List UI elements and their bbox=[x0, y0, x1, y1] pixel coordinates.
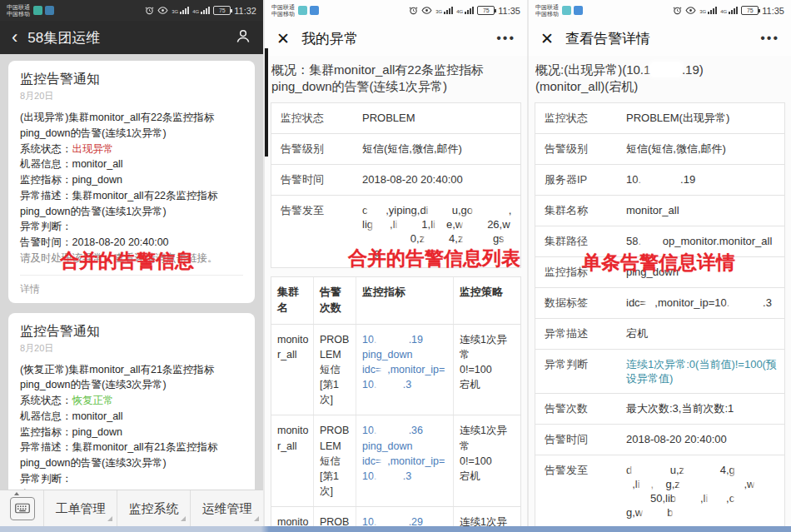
table-row: 监控状态PROBLEM(出现异常) bbox=[535, 103, 784, 134]
clock-time: 11:35 bbox=[762, 6, 784, 16]
my-anomalies-screen: 中国联通中国移动 3G 4G 75 11:35 ✕ 我的异常 ••• 概况：集群… bbox=[265, 0, 527, 532]
table-row: monitor_all PROBLEM短信[第1次] 10.160.12.36 … bbox=[271, 415, 520, 507]
status-bar: 中国联通中国移动 3G 4G 75 11:32 bbox=[0, 0, 263, 21]
alert-card-title: 监控告警通知 bbox=[20, 323, 243, 341]
alert-detail-table: 监控状态PROBLEM(出现异常) 告警级别短信(短信,微信,邮件) 服务器IP… bbox=[535, 102, 785, 532]
anomaly-judgement-link[interactable]: 连续1次异常:0(当前值)!=100(预设异常值) bbox=[621, 350, 784, 393]
battery-icon: 75 bbox=[213, 6, 231, 15]
redacted-server-ip: 10.160.202.19 bbox=[621, 165, 784, 195]
alert-field: 系统状态：出现异常 bbox=[20, 142, 243, 157]
menu-item-ops[interactable]: 运维管理 bbox=[190, 490, 263, 526]
table-row: 告警级别短信(短信,微信,邮件) bbox=[535, 134, 784, 165]
alert-field: 异常描述：集群monitor_all有21条监控指标ping_down的告警(连… bbox=[20, 440, 243, 471]
alert-summary: (出现异常)集群monitor_all有22条监控指标ping_down的告警(… bbox=[20, 110, 243, 142]
clock-time: 11:32 bbox=[234, 6, 256, 16]
metric-link[interactable]: 10.160.12.36 ping_down idc=tt,monitor_ip… bbox=[356, 415, 453, 506]
back-icon[interactable]: ‹ bbox=[12, 28, 17, 47]
notification-app-icon bbox=[562, 6, 571, 15]
more-menu-icon[interactable]: ••• bbox=[760, 31, 779, 46]
signal-3g-icon: 3G bbox=[435, 7, 453, 14]
status-bar: 中国联通中国移动 3G 4G 75 11:35 bbox=[529, 0, 791, 21]
table-row: 服务器IP10.160.202.19 bbox=[535, 165, 784, 196]
notification-app-icon bbox=[298, 6, 307, 15]
table-row: 告警发至dingyuanu,zhangxu4,gongyang,ligy,uog… bbox=[535, 455, 784, 529]
page-title: 我的异常 bbox=[301, 29, 358, 48]
table-row: 告警时间2018-08-20 20:40:00 bbox=[535, 425, 784, 455]
detail-link[interactable]: 详情 bbox=[20, 275, 243, 303]
clock-time: 11:35 bbox=[498, 6, 520, 16]
signal-4g-icon: 4G bbox=[720, 7, 738, 14]
table-row: 告警次数最大次数:3,当前次数:1 bbox=[535, 394, 784, 425]
page-nav-bar: ✕ 我的异常 ••• bbox=[265, 21, 527, 56]
merged-alert-list-table: 集群名 告警次数 监控指标 监控策略 monitor_all PROBLEM短信… bbox=[271, 276, 521, 532]
battery-icon: 75 bbox=[741, 6, 759, 15]
system-status-value: 出现异常 bbox=[72, 143, 114, 155]
contact-icon[interactable] bbox=[235, 27, 251, 47]
alert-field: 机器信息：monitor_all bbox=[20, 409, 243, 425]
battery-icon: 75 bbox=[477, 6, 495, 15]
signal-3g-icon: 3G bbox=[699, 7, 717, 14]
notification-app-icon bbox=[33, 6, 42, 15]
table-row: 异常描述宕机 bbox=[535, 319, 784, 350]
eye-icon bbox=[157, 6, 168, 15]
redacted-data-tag: idc=yf,monitor_ip=10.160.16.3 bbox=[621, 288, 784, 318]
screenshot-edge bbox=[265, 48, 268, 157]
wechat-chat-screen: 中国联通中国移动 3G 4G 75 11:32 ‹ 58集团运维 监控告警通 bbox=[0, 0, 263, 532]
table-row: monitor_all PROBLEM短信[第1次] 10.160.12.19 … bbox=[271, 325, 520, 416]
close-icon[interactable]: ✕ bbox=[276, 29, 290, 48]
signal-4g-icon: 4G bbox=[456, 7, 474, 14]
alert-detail-screen: 中国联通中国移动 3G 4G 75 11:35 ✕ 查看告警详情 ••• 概况:… bbox=[529, 0, 791, 532]
alert-card-date: 8月20日 bbox=[20, 342, 243, 355]
notification-app-icon bbox=[45, 6, 54, 15]
carrier-label: 中国联通中国移动 bbox=[7, 4, 30, 17]
status-icons: 3G 4G 75 11:35 bbox=[409, 6, 520, 16]
three-screenshot-collage: 中国联通中国移动 3G 4G 75 11:32 ‹ 58集团运维 监控告警通 bbox=[0, 0, 791, 532]
alert-summary: (恢复正常)集群monitor_all有21条监控指标ping_down的告警(… bbox=[20, 362, 243, 394]
chat-title: 58集团运维 bbox=[27, 28, 100, 47]
alert-field: 异常判断： bbox=[20, 471, 243, 487]
carrier-label: 中国联通中国移动 bbox=[535, 4, 559, 17]
metric-link[interactable]: 10.160.12.19 ping_down idc=tt,monitor_ip… bbox=[356, 325, 453, 415]
alarm-clock-icon bbox=[409, 6, 418, 15]
close-icon[interactable]: ✕ bbox=[540, 29, 554, 48]
system-status-value: 恢复正常 bbox=[72, 395, 114, 406]
menu-item-monitoring[interactable]: 监控系统 bbox=[117, 490, 190, 526]
alert-field: 机器信息：monitor_all bbox=[20, 157, 243, 172]
alert-field: 异常描述：集群monitor_all有22条监控指标ping_down的告警(连… bbox=[20, 188, 243, 220]
table-row: 监控状态PROBLEM bbox=[271, 103, 520, 134]
alarm-clock-icon bbox=[145, 6, 154, 15]
notification-app-icon bbox=[574, 6, 583, 15]
notification-app-icon bbox=[310, 6, 319, 15]
alert-card-body: (出现异常)集群monitor_all有22条监控指标ping_down的告警(… bbox=[20, 110, 243, 266]
page-title: 查看告警详情 bbox=[565, 29, 650, 48]
chat-title-bar: ‹ 58集团运维 bbox=[0, 21, 263, 54]
status-bar: 中国联通中国移动 3G 4G 75 11:35 bbox=[265, 0, 527, 21]
redacted-recipients: dingyuanu,zhangxu4,gongyang,ligy,uog,zha… bbox=[621, 455, 784, 528]
table-row: 告警时间2018-08-20 20:40:00 bbox=[271, 165, 520, 196]
keyboard-icon[interactable] bbox=[10, 497, 35, 520]
table-row: 数据标签idc=yf,monitor_ip=10.160.16.3 bbox=[535, 288, 784, 319]
status-icons: 3G 4G 75 11:32 bbox=[145, 6, 256, 16]
overview-text: 概况:(出现异常)(10.160.20.19) (monitor_all)(宕机… bbox=[529, 56, 791, 102]
annotation-merged-alert-list: 合并的告警信息列表 bbox=[348, 246, 520, 271]
table-row: 告警级别短信(短信,微信,邮件) bbox=[271, 134, 520, 165]
alert-field: 监控指标：ping_down bbox=[20, 425, 243, 440]
signal-3g-icon: 3G bbox=[172, 7, 189, 14]
page-nav-bar: ✕ 查看告警详情 ••• bbox=[529, 21, 791, 56]
wechat-menu-bar: 工单管理 监控系统 运维管理 bbox=[0, 490, 263, 526]
eye-icon bbox=[421, 6, 432, 15]
alarm-clock-icon bbox=[673, 6, 682, 15]
chat-message-area: 监控告警通知 8月20日 (出现异常)集群monitor_all有22条监控指标… bbox=[0, 54, 263, 526]
carrier-label: 中国联通中国移动 bbox=[271, 4, 295, 17]
overview-text: 概况：集群monitor_all有22条监控指标 ping_down的告警(连续… bbox=[265, 56, 527, 102]
menu-item-work-orders[interactable]: 工单管理 bbox=[43, 490, 117, 526]
alert-summary-table: 监控状态PROBLEM 告警级别短信(短信,微信,邮件) 告警时间2018-08… bbox=[271, 102, 521, 269]
signal-4g-icon: 4G bbox=[192, 7, 210, 14]
alert-field: 系统状态：恢复正常 bbox=[20, 393, 243, 409]
status-icons: 3G 4G 75 11:35 bbox=[673, 6, 784, 16]
bottom-blue-strip bbox=[0, 526, 791, 532]
annotation-merged-alert: 合并的告警信息 bbox=[60, 248, 194, 274]
table-row: 集群名称monitor_all bbox=[535, 196, 784, 226]
alert-field: 异常判断： bbox=[20, 219, 243, 235]
more-menu-icon[interactable]: ••• bbox=[496, 31, 515, 46]
